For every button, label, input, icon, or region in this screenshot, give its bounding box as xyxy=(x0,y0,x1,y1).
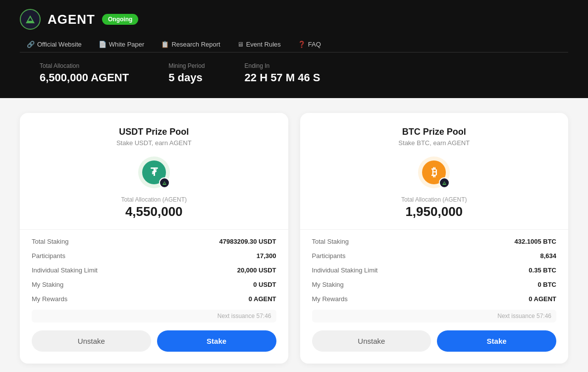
usdt-pool-subtitle: Stake USDT, earn AGENT xyxy=(32,139,276,147)
usdt-staking-limit-value: 20,000 USDT xyxy=(237,266,276,274)
usdt-participants-value: 17,300 xyxy=(257,252,276,260)
usdt-pool-card: USDT Prize Pool Stake USDT, earn AGENT ₮… xyxy=(20,113,288,364)
usdt-row-total-staking: Total Staking 47983209.30 USDT xyxy=(32,238,276,245)
monitor-icon: 🖥 xyxy=(237,41,244,48)
usdt-my-rewards-value: 0 AGENT xyxy=(249,295,276,303)
btc-row-my-staking: My Staking 0 BTC xyxy=(312,281,557,288)
btc-my-staking-label: My Staking xyxy=(312,281,344,288)
btc-pool-buttons: Unstake Stake xyxy=(312,330,557,352)
usdt-row-participants: Participants 17,300 xyxy=(32,252,276,260)
stat-ending-in: Ending In 22 H 57 M 46 S xyxy=(245,62,321,84)
btc-pool-subtitle: Stake BTC, earn AGENT xyxy=(312,139,557,147)
usdt-total-staking-label: Total Staking xyxy=(32,238,68,245)
btc-my-staking-value: 0 BTC xyxy=(537,281,556,288)
usdt-my-staking-label: My Staking xyxy=(32,281,63,288)
logo-icon xyxy=(20,9,41,30)
nav-link-white-paper[interactable]: 📄 White Paper xyxy=(92,37,152,52)
btc-stake-button[interactable]: Stake xyxy=(437,330,556,352)
btc-staking-limit-label: Individual Staking Limit xyxy=(312,266,378,274)
btc-row-participants: Participants 8,634 xyxy=(312,252,557,260)
header: AGENT Ongoing 🔗 Official Website 📄 White… xyxy=(0,0,588,98)
stats-bar: Total Allocation 6,500,000 AGENT Mining … xyxy=(20,53,568,98)
usdt-next-issuance: Next issuance 57:46 xyxy=(32,310,276,322)
question-icon: ❓ xyxy=(298,41,306,48)
usdt-pool-icon-wrap: ₮ xyxy=(32,157,276,188)
usdt-my-rewards-label: My Rewards xyxy=(32,295,67,303)
nav-link-research-report[interactable]: 📋 Research Report xyxy=(154,37,227,52)
usdt-participants-label: Participants xyxy=(32,252,65,260)
usdt-row-my-staking: My Staking 0 USDT xyxy=(32,281,276,288)
usdt-icon: ₮ xyxy=(138,157,170,188)
usdt-pool-title: USDT Prize Pool xyxy=(32,127,276,137)
globe-icon: 🔗 xyxy=(27,41,35,48)
usdt-row-my-rewards: My Rewards 0 AGENT xyxy=(32,295,276,303)
usdt-unstake-button[interactable]: Unstake xyxy=(32,330,151,352)
mining-period-value: 5 days xyxy=(168,71,205,84)
nav-label-research-report: Research Report xyxy=(171,41,220,48)
nav-link-event-rules[interactable]: 🖥 Event Rules xyxy=(230,37,288,52)
btc-my-rewards-value: 0 AGENT xyxy=(529,295,556,303)
nav-links: 🔗 Official Website 📄 White Paper 📋 Resea… xyxy=(20,37,568,52)
ending-in-label: Ending In xyxy=(245,62,321,69)
btc-divider xyxy=(300,229,569,230)
book-icon: 📄 xyxy=(99,41,107,48)
btc-allocation-label: Total Allocation (AGENT) xyxy=(312,196,557,203)
btc-next-issuance: Next issuance 57:46 xyxy=(312,310,557,322)
usdt-my-staking-value: 0 USDT xyxy=(253,281,276,288)
btc-row-total-staking: Total Staking 432.1005 BTC xyxy=(312,238,557,245)
btc-staking-limit-value: 0.35 BTC xyxy=(529,266,556,274)
usdt-total-staking-value: 47983209.30 USDT xyxy=(219,238,276,245)
btc-icon: ₿ xyxy=(418,157,450,188)
usdt-pool-buttons: Unstake Stake xyxy=(32,330,276,352)
app-title: AGENT xyxy=(48,12,95,27)
header-top: AGENT Ongoing xyxy=(20,9,568,30)
report-icon: 📋 xyxy=(161,41,169,48)
btc-unstake-button[interactable]: Unstake xyxy=(312,330,431,352)
usdt-row-staking-limit: Individual Staking Limit 20,000 USDT xyxy=(32,266,276,274)
btc-my-rewards-label: My Rewards xyxy=(312,295,348,303)
usdt-allocation-label: Total Allocation (AGENT) xyxy=(32,196,276,203)
nav-link-faq[interactable]: ❓ FAQ xyxy=(291,37,328,52)
nav-label-event-rules: Event Rules xyxy=(246,41,281,48)
usdt-divider xyxy=(20,229,288,230)
nav-label-white-paper: White Paper xyxy=(109,41,145,48)
btc-pool-title: BTC Prize Pool xyxy=(312,127,557,137)
usdt-badge-icon xyxy=(159,177,170,188)
status-badge: Ongoing xyxy=(102,14,138,25)
btc-badge-icon xyxy=(439,177,450,188)
btc-total-staking-label: Total Staking xyxy=(312,238,349,245)
usdt-staking-limit-label: Individual Staking Limit xyxy=(32,266,98,274)
btc-participants-value: 8,634 xyxy=(540,252,556,260)
btc-participants-label: Participants xyxy=(312,252,346,260)
nav-label-faq: FAQ xyxy=(308,41,321,48)
total-allocation-value: 6,500,000 AGENT xyxy=(40,71,129,84)
stat-mining-period: Mining Period 5 days xyxy=(168,62,205,84)
ending-in-value: 22 H 57 M 46 S xyxy=(245,71,321,84)
btc-pool-icon-wrap: ₿ xyxy=(312,157,557,188)
total-allocation-label: Total Allocation xyxy=(40,62,129,69)
btc-row-my-rewards: My Rewards 0 AGENT xyxy=(312,295,557,303)
usdt-allocation-value: 4,550,000 xyxy=(32,204,276,219)
nav-label-official-website: Official Website xyxy=(37,41,82,48)
btc-row-staking-limit: Individual Staking Limit 0.35 BTC xyxy=(312,266,557,274)
btc-total-staking-value: 432.1005 BTC xyxy=(514,238,556,245)
usdt-stake-button[interactable]: Stake xyxy=(157,330,276,352)
btc-pool-card: BTC Prize Pool Stake BTC, earn AGENT ₿ T… xyxy=(300,113,569,364)
mining-period-label: Mining Period xyxy=(168,62,205,69)
main-content: USDT Prize Pool Stake USDT, earn AGENT ₮… xyxy=(0,98,588,372)
btc-allocation-value: 1,950,000 xyxy=(312,204,557,219)
nav-link-official-website[interactable]: 🔗 Official Website xyxy=(20,37,89,52)
stat-total-allocation: Total Allocation 6,500,000 AGENT xyxy=(40,62,129,84)
